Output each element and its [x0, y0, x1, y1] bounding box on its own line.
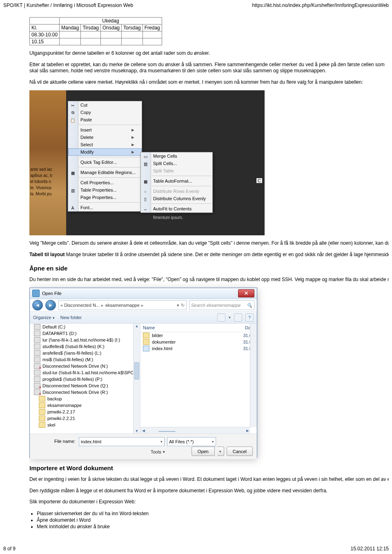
- nav-tree-item[interactable]: ansfelles$ (\\ans-fil-felles) (L:): [30, 350, 140, 356]
- scrollbar-vertical[interactable]: [250, 324, 257, 427]
- nav-tree-item[interactable]: Default (C:): [30, 324, 140, 330]
- file-type-filter[interactable]: All Files (*.*) ▾: [167, 437, 216, 446]
- menu-item[interactable]: ↔AutoFit to Contents: [141, 205, 212, 212]
- menu-item[interactable]: Cell Properties...: [68, 179, 142, 186]
- menu-item[interactable]: ▯Distribute Columns Evenly: [141, 195, 212, 202]
- nav-tree[interactable]: Default (C:)DATAPART1 (D:)lur (\\ans-fil…: [30, 324, 140, 433]
- page-header: SPO/IKT | Kurshefter / Innføring i Micro…: [0, 0, 392, 10]
- nav-tree-item[interactable]: pmwiki-2.2.21: [30, 415, 140, 422]
- paragraph: Du henter inn en side du har arbeidet me…: [29, 277, 389, 283]
- menu-item[interactable]: ▦Table AutoFormat...: [141, 177, 212, 185]
- menu-item[interactable]: Page Properties...: [68, 194, 142, 201]
- nav-tree-item[interactable]: lur (\\ans-fil-k-1.ad.hist.no\home-k$) (…: [30, 337, 140, 343]
- menu-item[interactable]: 📋Paste: [68, 116, 142, 123]
- nav-tree-item[interactable]: skel: [30, 422, 140, 428]
- nav-tree-item[interactable]: DATAPART1 (D:): [30, 330, 140, 337]
- menu-item[interactable]: ▦Manage Editable Regions...: [68, 169, 142, 176]
- new-folder-button[interactable]: New folder: [60, 315, 82, 320]
- menu-item[interactable]: ▥Table Properties...: [68, 186, 142, 194]
- nav-tree-item[interactable]: Disconnected Network Drive (N:): [30, 363, 140, 369]
- table-row: Kl. Mandag Tirsdag Onsdag Torsdag Fredag: [30, 25, 162, 31]
- nav-tree-label: Disconnected Network Drive (N:): [42, 364, 108, 369]
- row-time1: 08.30-10.00: [30, 31, 60, 38]
- scroll-thumb[interactable]: [158, 431, 176, 432]
- organize-button[interactable]: Organize ▾: [33, 315, 55, 320]
- search-icon: 🔍: [247, 303, 252, 308]
- dialog-title: Open File: [42, 291, 62, 296]
- preview-button[interactable]: [234, 313, 242, 322]
- nav-tree-item[interactable]: studfelles$ (\\stud-fil-felles) (K:): [30, 343, 140, 350]
- cancel-button[interactable]: Cancel: [227, 447, 253, 456]
- scroll-down-icon[interactable]: ▼: [135, 429, 139, 433]
- nav-tree-item[interactable]: Disconnected Network Drive (R:): [30, 389, 140, 395]
- nav-tree-item[interactable]: stud-lur (\\stud-fil-k-1.ad.hist.no\home…: [30, 369, 140, 376]
- back-button[interactable]: ◄: [32, 300, 43, 311]
- folder-icon: [143, 339, 149, 345]
- scrollbar-horizontal[interactable]: ◀ ▶: [140, 427, 250, 433]
- help-button[interactable]: ?: [245, 313, 254, 322]
- scroll-right-icon[interactable]: ▶: [245, 428, 250, 433]
- dialog-titlebar: Open File ✕: [30, 288, 257, 299]
- menu-item[interactable]: AFont...: [68, 204, 142, 211]
- search-input[interactable]: Search eksamensmappe 🔍: [189, 300, 254, 310]
- col-mon: Mandag: [60, 25, 81, 31]
- drive-icon: [34, 331, 40, 336]
- menu-item[interactable]: ✂Cut: [68, 101, 142, 109]
- scroll-thumb[interactable]: [134, 362, 139, 380]
- close-button[interactable]: ✕: [238, 289, 254, 297]
- nav-tree-label: Disconnected Network Drive (Q:): [42, 383, 108, 388]
- nav-tree-item[interactable]: backup: [30, 395, 140, 402]
- nav-tree-item[interactable]: progdisk$ (\\stud-fil-felles) (P:): [30, 376, 140, 382]
- nav-tree-item[interactable]: Disconnected Network Drive (Q:): [30, 382, 140, 389]
- menu-item[interactable]: ▥Split Cells...: [141, 160, 212, 167]
- menu-item[interactable]: Select▶: [68, 141, 142, 148]
- table-row: 08.30-10.00: [30, 31, 162, 38]
- menu-item-icon: ▦: [143, 179, 148, 184]
- menu-item-label: Delete: [80, 135, 94, 140]
- tools-button[interactable]: Tools ▾: [151, 449, 165, 454]
- file-name-input[interactable]: index.html ▾: [79, 437, 165, 446]
- disconnected-drive-icon: [34, 363, 40, 369]
- menu-item[interactable]: Modify▶: [68, 148, 142, 156]
- scroll-up-icon[interactable]: ▲: [135, 324, 139, 328]
- nav-tree-item[interactable]: pmwiki-2.2.17: [30, 409, 140, 415]
- header-url: https://ikt.hist.no/index.php/Kurshefter…: [252, 2, 389, 8]
- open-button[interactable]: Open: [192, 447, 215, 456]
- nav-tree-item[interactable]: msi$ (\\stud-fil-felles) (M:): [30, 356, 140, 363]
- view-button[interactable]: [217, 313, 225, 322]
- forward-button[interactable]: ►: [45, 300, 56, 311]
- nav-tree-item[interactable]: eksamensmappe: [30, 402, 140, 409]
- col-name[interactable]: Name: [143, 325, 245, 330]
- open-split-button[interactable]: ▾: [217, 447, 224, 456]
- menu-item-icon: ≡: [143, 189, 148, 194]
- file-name: index.html: [152, 346, 241, 351]
- file-row[interactable]: dokumenter31.01: [140, 339, 257, 345]
- menu-item-label: Page Properties...: [80, 195, 116, 200]
- file-row[interactable]: bilder31.01: [140, 332, 257, 339]
- nav-tree-label: studfelles$ (\\stud-fil-felles) (K:): [42, 344, 105, 349]
- chevron-down-icon[interactable]: ▾: [177, 303, 179, 308]
- scroll-left-icon[interactable]: ◀: [140, 428, 146, 433]
- menu-item-label: Copy: [80, 110, 91, 115]
- menu-item[interactable]: Insert▶: [68, 126, 142, 134]
- refresh-icon[interactable]: ↻: [181, 303, 185, 308]
- menu-item[interactable]: ⧉Copy: [68, 109, 142, 116]
- menu-item[interactable]: Quick Tag Editor...: [68, 159, 142, 166]
- bg-text: fimentum ipsum.: [153, 215, 183, 220]
- scrollbar-vertical[interactable]: ▲ ▼: [133, 324, 140, 433]
- blank-icon: [70, 180, 76, 186]
- menu-item[interactable]: Delete▶: [68, 134, 142, 141]
- drive-icon: [34, 357, 40, 362]
- menu-item-label: Insert: [80, 127, 92, 132]
- row-time2: 10.15: [30, 38, 60, 45]
- open-file-dialog: Open File ✕ ◄ ► « Disconnected N... ▸ ek…: [29, 288, 257, 458]
- file-row[interactable]: index.html31.01: [140, 345, 257, 352]
- col-thu: Torsdag: [122, 25, 143, 31]
- breadcrumb-part[interactable]: eksamensmappe: [105, 303, 140, 308]
- breadcrumb-part[interactable]: « Disconnected N...: [60, 303, 100, 308]
- file-list[interactable]: Name Date bilder31.01dokumenter31.01inde…: [140, 324, 257, 433]
- breadcrumb[interactable]: « Disconnected N... ▸ eksamensmappe ▸ ▾ …: [58, 300, 187, 310]
- paragraph: Det er ingenting i veien for å skrive te…: [29, 476, 389, 483]
- menu-item[interactable]: ▭Merge Cells: [141, 152, 212, 160]
- paragraph: Nå vil de aktuelle cellene være merket. …: [29, 79, 389, 86]
